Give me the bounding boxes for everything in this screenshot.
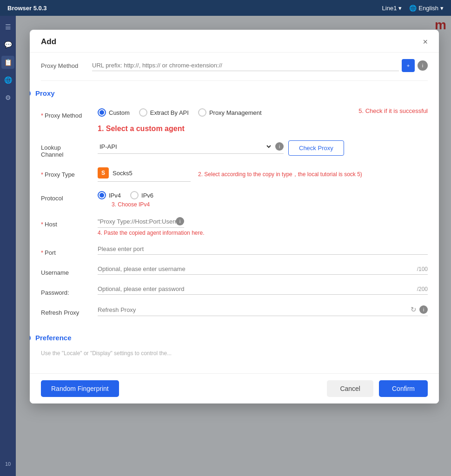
cancel-button[interactable]: Cancel <box>327 380 373 397</box>
username-row: Username /100 <box>41 261 428 281</box>
preference-section-title: Preference <box>35 334 72 342</box>
sidebar-icon-browser[interactable]: 🌐 <box>1 73 14 86</box>
language-label: English <box>418 5 438 12</box>
url-add-button[interactable]: + <box>402 59 415 72</box>
open-on-label: Proxy Method <box>41 62 83 69</box>
radio-proxy-management[interactable]: Proxy Management <box>198 108 262 117</box>
host-label: *Host <box>41 217 92 228</box>
proxy-method-content: Custom Extract By API Proxy Management <box>98 108 428 117</box>
open-on-row: Proxy Method + i <box>41 53 428 81</box>
port-row: *Port <box>41 241 428 261</box>
radio-ipv6-label: IPv6 <box>141 192 153 199</box>
check-proxy-button[interactable]: Check Proxy <box>288 140 344 156</box>
radio-extract-by-api[interactable]: Extract By API <box>139 108 189 117</box>
refresh-proxy-content: ↻ i <box>98 305 428 316</box>
port-content <box>98 245 428 255</box>
sidebar-number: 10 <box>5 461 11 467</box>
refresh-proxy-input[interactable] <box>98 306 411 313</box>
sidebar-icon-settings[interactable]: ⚙ <box>1 91 14 104</box>
profile-selector[interactable]: Line1 ▾ <box>382 5 402 12</box>
host-info-icon[interactable]: i <box>176 217 184 225</box>
protocol-row: Protocol IPv4 IPv6 <box>41 186 428 212</box>
proxy-type-label: *Proxy Type <box>41 167 92 178</box>
dialog: Add × Proxy Method + i <box>30 30 439 403</box>
password-input[interactable] <box>98 285 417 292</box>
radio-ipv4-circle <box>98 191 106 199</box>
radio-ipv4[interactable]: IPv4 <box>98 191 121 199</box>
password-row: Password: /200 <box>41 281 428 301</box>
lookup-channel-row: LookupChannel IP-API IP-Info Custom i C <box>41 136 428 163</box>
content-area: m Add × Proxy Method + i <box>16 16 451 476</box>
preference-section-header: Preference <box>41 325 428 348</box>
username-label: Username <box>41 265 92 276</box>
sidebar-icon-chat[interactable]: 💬 <box>1 38 14 51</box>
protocol-label: Protocol <box>41 191 92 202</box>
password-input-wrap: /200 <box>98 285 428 295</box>
port-input[interactable] <box>98 245 428 252</box>
radio-ipv6[interactable]: IPv6 <box>130 191 153 199</box>
top-bar-right: Line1 ▾ 🌐 English ▾ <box>382 5 444 12</box>
lookup-channel-select-wrap: IP-API IP-Info Custom i <box>98 142 284 154</box>
proxy-section-header: Proxy <box>41 81 428 104</box>
proxy-type-instruction: 2. Select according to the copy in type，… <box>198 171 362 178</box>
radio-mgmt-circle <box>198 108 206 117</box>
url-input-wrap: + i <box>92 59 428 72</box>
radio-extract-label: Extract By API <box>150 109 189 116</box>
proxy-type-content: S Socks5 2. Select according to the copy… <box>98 167 428 182</box>
sidebar-icon-profiles[interactable]: 📋 <box>1 56 14 69</box>
confirm-button[interactable]: Confirm <box>379 380 428 397</box>
password-label: Password: <box>41 285 92 296</box>
host-input[interactable] <box>98 218 176 225</box>
username-input[interactable] <box>98 265 417 272</box>
instruction1-row: 1. Select a custom agent <box>41 124 428 136</box>
lookup-info-icon[interactable]: i <box>275 142 284 151</box>
radio-custom-label: Custom <box>109 109 130 116</box>
sidebar-icon-menu[interactable]: ☰ <box>1 20 14 33</box>
protocol-radio-group: IPv4 IPv6 <box>98 191 153 199</box>
url-input[interactable] <box>92 60 399 71</box>
preference-section-dot <box>30 335 31 341</box>
lang-chevron: ▾ <box>440 5 444 12</box>
dialog-close-button[interactable]: × <box>423 38 428 46</box>
radio-custom-circle <box>98 108 106 117</box>
instruction1-content: 1. Select a custom agent <box>98 125 428 133</box>
port-label: *Port <box>41 245 92 256</box>
preference-hint: Use the "Locale" or "Display" settings t… <box>41 348 428 366</box>
username-input-wrap: /100 <box>98 265 428 275</box>
globe-icon: 🌐 <box>409 5 417 12</box>
lookup-channel-select[interactable]: IP-API IP-Info Custom <box>98 143 272 151</box>
lookup-channel-label: LookupChannel <box>41 140 92 158</box>
dialog-overlay: Add × Proxy Method + i <box>16 16 451 476</box>
instruction1-text: 1. Select a custom agent <box>98 125 185 133</box>
dialog-footer: Random Fingerprint Cancel Confirm <box>30 373 439 403</box>
host-content: i 4. Paste the copied agent information … <box>98 217 428 236</box>
app-name: Browser 5.0.3 <box>7 5 47 12</box>
host-instruction: 4. Paste the copied agent information he… <box>98 230 204 236</box>
instruction1-spacer <box>41 125 92 128</box>
refresh-info-icon[interactable]: i <box>419 305 428 314</box>
proxy-type-value: Socks5 <box>113 170 133 177</box>
radio-ipv4-label: IPv4 <box>109 192 121 199</box>
host-row: *Host i 4. Paste the copied agent inform… <box>41 212 428 241</box>
protocol-instruction: 3. Choose IPv4 <box>112 201 150 208</box>
top-bar: Browser 5.0.3 Line1 ▾ 🌐 English ▾ <box>0 0 451 16</box>
host-input-wrap: i <box>98 217 184 228</box>
refresh-proxy-label: Refresh Proxy <box>41 305 92 316</box>
profile-name: Line1 <box>382 5 397 12</box>
username-content: /100 <box>98 265 428 275</box>
url-info-icon[interactable]: i <box>418 60 428 71</box>
radio-custom[interactable]: Custom <box>98 108 130 117</box>
password-content: /200 <box>98 285 428 295</box>
lookup-channel-content: IP-API IP-Info Custom i Check Proxy <box>98 140 428 156</box>
proxy-type-badge-s: S <box>98 167 109 178</box>
dialog-title: Add <box>41 37 56 46</box>
refresh-icon[interactable]: ↻ <box>411 305 417 314</box>
protocol-content: IPv4 IPv6 3. Choose IPv4 <box>98 191 428 208</box>
proxy-section-title: Proxy <box>35 89 55 97</box>
language-selector[interactable]: 🌐 English ▾ <box>409 5 444 12</box>
refresh-proxy-row: Refresh Proxy ↻ i <box>41 301 428 321</box>
sidebar: ☰ 💬 📋 🌐 ⚙ 10 <box>0 16 16 476</box>
check-success-text: 5. Check if it is successful <box>358 107 428 114</box>
random-fingerprint-button[interactable]: Random Fingerprint <box>41 380 119 397</box>
dialog-body: Proxy Method + i Proxy <box>30 53 439 373</box>
